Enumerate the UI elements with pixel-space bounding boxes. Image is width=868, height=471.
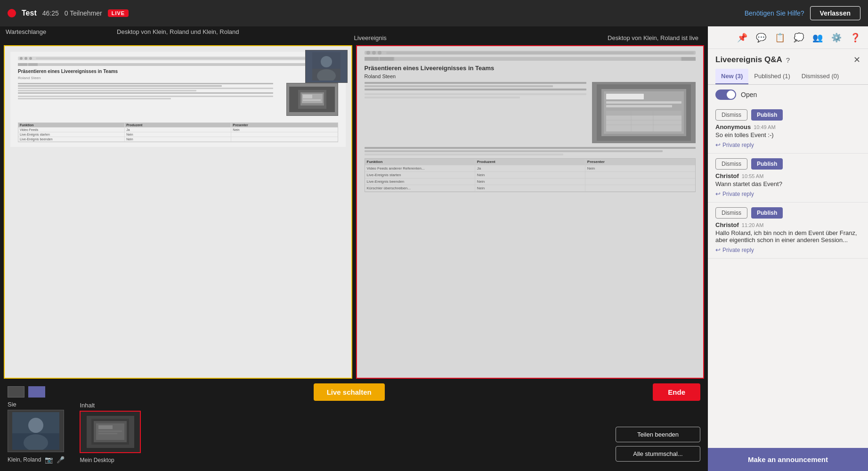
live-schalten-button[interactable]: Live schalten (314, 383, 385, 401)
ws-slide-title: Präsentieren eines Liveereignisses in Te… (18, 69, 338, 74)
bottom-controls: Live schalten Ende (0, 379, 708, 405)
qa-author-2: Christof (715, 172, 739, 179)
help-sidebar-icon[interactable]: ❓ (848, 31, 862, 45)
teilen-beenden-button[interactable]: Teilen beenden (616, 427, 700, 442)
top-bar: Test 46:25 0 Teilnehmer LIVE Benötigen S… (0, 0, 868, 26)
qa-tabs: New (3) Published (1) Dismissed (0) (708, 69, 868, 85)
meeting-timer: 46:25 (42, 9, 59, 17)
svg-rect-12 (606, 94, 644, 99)
svg-rect-29 (98, 425, 113, 429)
qa-item-actions-2: Dismiss Publish (715, 158, 860, 170)
chat-icon[interactable]: 💬 (754, 31, 768, 45)
live-badge: LIVE (108, 9, 129, 17)
le-slide-subtitle: Roland Steen (365, 73, 696, 79)
publish-button-3[interactable]: Publish (751, 207, 783, 219)
publish-button-2[interactable]: Publish (751, 158, 783, 170)
tab-dismissed[interactable]: Dismissed (0) (796, 69, 844, 84)
qa-item: Dismiss Publish Christof 10:55 AM Wann s… (708, 154, 868, 203)
sie-thumb (8, 410, 64, 452)
dismiss-button-1[interactable]: Dismiss (715, 109, 747, 121)
qa-time-1: 10:49 AM (754, 124, 775, 130)
open-toggle[interactable] (715, 89, 736, 100)
push-pin-icon[interactable]: 📌 (735, 31, 749, 45)
qa-text-1: So ein tolles Event :-) (715, 131, 860, 138)
participants-icon[interactable]: 👥 (811, 31, 825, 45)
publish-button-1[interactable]: Publish (751, 109, 783, 121)
reply-icon-1: ↩ (715, 141, 721, 148)
help-link[interactable]: Benötigen Sie Hilfe? (745, 9, 804, 17)
qa-help-icon[interactable]: ? (786, 56, 790, 64)
ws-screen-thumb (286, 83, 338, 116)
video-area: Warteschlange Desktop von Klein, Roland … (0, 26, 708, 471)
warteschlange-panel: Präsentieren eines Liveereignisses in Te… (4, 45, 352, 379)
qa-author-1: Anonymous (715, 123, 751, 130)
svg-rect-3 (303, 95, 312, 98)
private-reply-label-2: Private reply (722, 191, 754, 197)
camera-icon: 📷 (45, 456, 53, 463)
alle-stummschalten-button[interactable]: Alle stummschal... (616, 446, 700, 462)
qa-item: Dismiss Publish Anonymous 10:49 AM So ei… (708, 105, 868, 154)
qa-open-row: Open (708, 85, 868, 105)
qa-author-row-3: Christof 11:20 AM (715, 221, 860, 228)
layout-btn-2[interactable] (28, 386, 45, 398)
recording-dot (8, 9, 16, 17)
make-announcement-button[interactable]: Make an announcement (708, 448, 868, 471)
svg-rect-31 (98, 433, 117, 434)
qa-time-2: 10:55 AM (742, 173, 763, 179)
svg-rect-13 (606, 101, 681, 104)
toggle-knob (727, 90, 735, 99)
warteschlange-slides: Präsentieren eines Liveereignisses in Te… (10, 52, 346, 147)
end-button[interactable]: Ende (653, 383, 700, 401)
qa-title: Liveereignis Q&A (715, 55, 782, 65)
qa-author-row-1: Anonymous 10:49 AM (715, 123, 860, 130)
panel-labels-row: Warteschlange Desktop von Klein, Roland … (0, 26, 708, 41)
private-reply-button-2[interactable]: ↩ Private reply (715, 190, 754, 197)
qa-item: Dismiss Publish Christof 11:20 AM Hallo … (708, 203, 868, 259)
meeting-title: Test (22, 9, 37, 17)
svg-point-23 (28, 418, 43, 433)
dismiss-button-2[interactable]: Dismiss (715, 158, 747, 170)
ws-person-thumbnail (305, 50, 348, 83)
liveereignis-sub-label: Desktop von Klein, Roland ist live (608, 34, 698, 41)
dismiss-button-3[interactable]: Dismiss (715, 207, 747, 219)
warteschlange-sub-label: Desktop von Klein, Roland und Klein, Rol… (117, 28, 239, 35)
qa-close-button[interactable]: ✕ (853, 55, 860, 65)
open-label: Open (741, 91, 757, 98)
ws-table: Funktion Produzent Presenter Video Feeds… (18, 122, 338, 142)
reply-icon-3: ↩ (715, 246, 721, 253)
liveereignis-content: Präsentieren eines Liveereignisses in Te… (357, 46, 704, 378)
right-sidebar: 📌 💬 📋 💭 👥 ⚙️ ❓ Liveereignis Q&A ? ✕ New … (708, 26, 868, 471)
qa-author-row-2: Christof 10:55 AM (715, 172, 860, 179)
mic-icon: 🎤 (57, 456, 65, 463)
video-panels: Präsentieren eines Liveereignisses in Te… (0, 41, 708, 379)
svg-rect-14 (606, 105, 672, 107)
qa-text-3: Hallo Roland, ich bin noch in dem Event … (715, 229, 860, 244)
private-reply-label-3: Private reply (722, 247, 754, 253)
verlassen-button[interactable]: Verlassen (810, 6, 860, 20)
svg-rect-8 (312, 69, 341, 81)
tab-new[interactable]: New (3) (715, 69, 748, 84)
private-reply-button-1[interactable]: ↩ Private reply (715, 141, 754, 148)
layout-btn-1[interactable] (8, 386, 24, 398)
settings-icon[interactable]: ⚙️ (829, 31, 844, 45)
qa-item-actions-1: Dismiss Publish (715, 109, 860, 121)
le-table: Funktion Produzent Presenter Video Feeds… (365, 158, 696, 192)
reactions-icon[interactable]: 💭 (792, 31, 806, 45)
content-thumb (80, 411, 141, 453)
tab-published[interactable]: Published (1) (748, 69, 796, 84)
svg-rect-16 (606, 111, 681, 115)
participant-count: 0 Teilnehmer (65, 9, 102, 17)
liveereignis-panel: Präsentieren eines Liveereignisses in Te… (356, 45, 705, 379)
presenter-name: Klein, Roland (8, 456, 41, 463)
qa-author-3: Christof (715, 221, 739, 228)
presenter-name-row: Klein, Roland 📷 🎤 (8, 456, 65, 463)
action-buttons: Teilen beenden Alle stummschal... (616, 427, 700, 462)
svg-rect-25 (12, 433, 59, 450)
reply-icon-2: ↩ (715, 190, 721, 197)
sidebar-icons: 📌 💬 📋 💭 👥 ⚙️ ❓ (708, 26, 868, 49)
warteschlange-video: Präsentieren eines Liveereignisses in Te… (5, 46, 351, 378)
sie-label: Sie (8, 401, 65, 408)
ws-slide-author: Roland Steen (18, 76, 338, 80)
notes-icon[interactable]: 📋 (773, 31, 787, 45)
private-reply-button-3[interactable]: ↩ Private reply (715, 246, 754, 253)
